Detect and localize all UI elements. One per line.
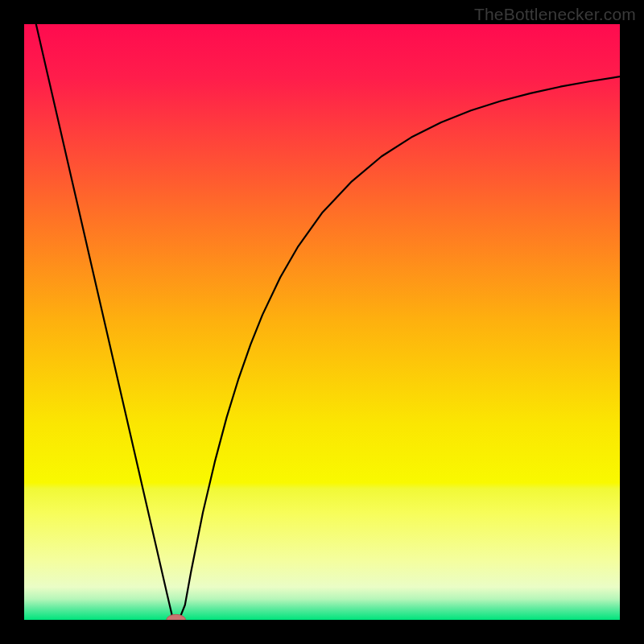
plot-area xyxy=(24,24,620,620)
bottleneck-chart xyxy=(24,24,620,620)
gradient-background xyxy=(24,24,620,620)
chart-outer-frame: TheBottlenecker.com xyxy=(0,0,644,644)
watermark-text: TheBottlenecker.com xyxy=(474,5,636,24)
